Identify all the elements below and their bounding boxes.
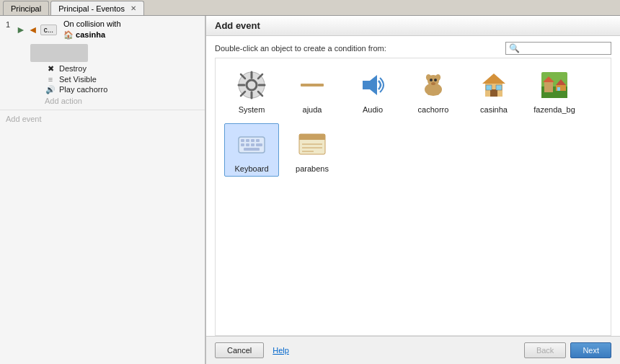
svg-rect-40 (251, 143, 254, 146)
svg-rect-44 (299, 134, 325, 140)
action-destroy-label: Destroy (59, 64, 87, 73)
visible-icon: ≡ (45, 75, 56, 84)
action-visible-label: Set Visible (59, 75, 97, 84)
svg-point-20 (436, 89, 440, 95)
help-button[interactable]: Help (273, 342, 289, 358)
svg-rect-35 (246, 139, 249, 142)
ajuda-icon (295, 68, 329, 102)
destroy-icon: ✖ (45, 64, 56, 74)
svg-rect-23 (490, 89, 497, 97)
event-object-pill[interactable]: c... (40, 25, 57, 35)
search-icon: 🔍 (509, 43, 520, 53)
next-button[interactable]: Next (570, 342, 611, 358)
audio-label: Audio (363, 105, 383, 114)
close-tab-icon[interactable]: ✕ (130, 4, 136, 12)
keyboard-label: Keyboard (234, 164, 268, 173)
object-keyboard[interactable]: Keyboard (224, 123, 279, 177)
system-label: System (239, 105, 265, 114)
cachorro-icon (416, 68, 451, 102)
action-destroy: ✖ Destroy (45, 63, 121, 74)
svg-rect-24 (486, 85, 492, 90)
event-row: 1 ► ◄ c... On collision with 🏠 casinha (0, 16, 205, 110)
add-event-button[interactable]: Add event (0, 110, 205, 128)
svg-rect-38 (241, 143, 244, 146)
action-audio-label: Play cachorro (59, 85, 107, 94)
parabens-label: parabens (296, 164, 329, 173)
event-condition: On collision with 🏠 casinha (63, 19, 120, 41)
main-layout: 1 ► ◄ c... On collision with 🏠 casinha (0, 16, 620, 364)
object-casinha[interactable]: casinha (466, 64, 521, 117)
event-object2: casinha (76, 30, 105, 40)
arrow-right-icon: ► (16, 24, 26, 35)
left-panel: 1 ► ◄ c... On collision with 🏠 casinha (0, 16, 205, 364)
svg-rect-39 (246, 143, 249, 146)
footer-right: Back Next (524, 342, 611, 358)
svg-rect-25 (496, 85, 502, 90)
audio-icon-obj (355, 68, 390, 102)
tab-bar: Principal Principal - Eventos ✕ (0, 0, 620, 16)
audio-icon: 🔊 (45, 85, 56, 94)
tab-principal-label: Principal (11, 4, 41, 13)
cachorro-label: cachorro (418, 105, 449, 114)
add-action-button[interactable]: Add action (45, 95, 121, 107)
objects-grid: System ajuda (215, 58, 611, 336)
footer-left: Cancel Help (215, 342, 289, 358)
action-visible: ≡ Set Visible (45, 74, 121, 84)
casinha-icon (477, 68, 511, 102)
dialog-subtitle-text: Double-click an object to create a condi… (215, 44, 386, 53)
tab-principal[interactable]: Principal (3, 1, 49, 15)
svg-rect-28 (544, 82, 553, 92)
event-object-label: c... (44, 26, 53, 34)
object-cachorro[interactable]: cachorro (406, 64, 461, 117)
svg-rect-32 (557, 87, 560, 91)
fazenda-icon (537, 68, 572, 102)
svg-rect-42 (244, 148, 260, 151)
svg-point-18 (431, 82, 435, 85)
object-ajuda[interactable]: ajuda (285, 64, 340, 117)
arrow-left-icon: ◄ (28, 24, 38, 35)
tab-principal-eventos[interactable]: Principal - Eventos ✕ (50, 1, 144, 15)
object-system[interactable]: System (224, 64, 279, 117)
dialog-panel: Add event Double-click an object to crea… (205, 16, 620, 364)
svg-rect-10 (301, 84, 324, 86)
dialog-footer: Cancel Help Back Next (206, 336, 620, 364)
search-input[interactable] (521, 44, 608, 53)
dialog-subtitle: Double-click an object to create a condi… (206, 36, 620, 58)
fazenda-label: fazenda_bg (533, 105, 575, 114)
svg-point-19 (428, 89, 431, 95)
svg-rect-34 (241, 139, 244, 142)
svg-rect-41 (256, 143, 262, 146)
parabens-icon (295, 127, 329, 161)
svg-rect-37 (256, 139, 260, 142)
action-list: ✖ Destroy ≡ Set Visible 🔊 Play cachorro (45, 63, 121, 95)
casinha-label: casinha (480, 105, 508, 114)
object-fazenda[interactable]: fazenda_bg (527, 64, 582, 117)
svg-marker-11 (363, 75, 377, 95)
condition-placeholder (30, 44, 88, 62)
house-icon-small: 🏠 (63, 30, 74, 40)
svg-rect-36 (251, 139, 254, 142)
svg-point-17 (434, 79, 437, 81)
object-parabens[interactable]: parabens (285, 123, 340, 177)
dialog-title: Add event (206, 16, 620, 36)
ajuda-label: ajuda (303, 105, 322, 114)
system-icon (234, 68, 269, 102)
svg-point-16 (430, 79, 433, 81)
back-button[interactable]: Back (524, 342, 566, 358)
object-audio[interactable]: Audio (345, 64, 400, 117)
search-box[interactable]: 🔍 (505, 42, 611, 55)
tab-eventos-label: Principal - Eventos (58, 4, 125, 13)
action-audio: 🔊 Play cachorro (45, 84, 121, 95)
event-number: 1 (1, 19, 14, 29)
svg-marker-21 (482, 74, 505, 84)
cancel-button[interactable]: Cancel (215, 342, 264, 358)
keyboard-icon (234, 127, 269, 161)
